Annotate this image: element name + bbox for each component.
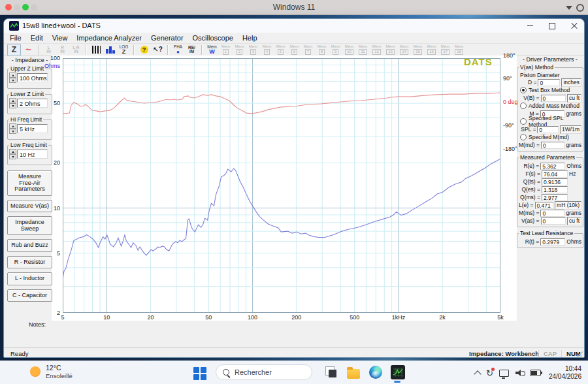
memory-write-button[interactable]: MemW xyxy=(206,44,218,56)
spectrum-bars-icon xyxy=(92,46,101,54)
spinner-control[interactable] xyxy=(9,98,16,108)
value-field[interactable]: 2 Ohms xyxy=(17,99,48,108)
sync-alert-icon[interactable]: ↻ xyxy=(486,368,493,378)
r-resistor-button[interactable]: R - Resistor xyxy=(7,256,52,269)
radio-icon[interactable] xyxy=(520,103,527,109)
field-value[interactable]: 0 xyxy=(541,142,565,149)
menu-impedance-analyzer[interactable]: Impedance Analyzer xyxy=(76,34,142,42)
task-view-button[interactable] xyxy=(323,364,339,380)
menubar: FileEditViewImpedance AnalyzerGeneratorO… xyxy=(4,33,584,43)
spin-up-icon[interactable] xyxy=(9,72,16,78)
field-value[interactable]: 5.362 xyxy=(540,163,565,170)
menu-file[interactable]: File xyxy=(10,34,22,42)
field-value[interactable]: 76.04 xyxy=(542,170,568,178)
field-name: M(ms) = xyxy=(519,210,539,216)
field-value[interactable]: 0 xyxy=(541,95,566,102)
value-field[interactable]: 10 Hz xyxy=(17,150,48,159)
sun-icon xyxy=(30,366,41,377)
field-value[interactable]: 0.471 xyxy=(535,202,554,209)
clock[interactable]: 10:44 24/04/2026 xyxy=(549,365,581,381)
phase-button[interactable]: PHA● xyxy=(172,44,184,56)
radio-icon[interactable] xyxy=(520,87,527,93)
group-label: Test Lead Resistance xyxy=(519,230,574,236)
real-imaginary-button[interactable]: RE/IM xyxy=(186,44,198,56)
spin-up-icon[interactable] xyxy=(9,98,16,103)
field-mms: M(ms) =0grams xyxy=(519,209,581,217)
close-button[interactable] xyxy=(563,19,585,33)
field-name: M(md) = xyxy=(519,142,540,148)
speaker-icon[interactable] xyxy=(515,370,523,376)
y-axis-unit-label: Ohms xyxy=(44,63,60,69)
radio-icon[interactable] xyxy=(520,118,527,125)
value-field[interactable]: 5 kHz xyxy=(17,124,48,133)
field-value[interactable]: 2.977 xyxy=(542,194,568,201)
memory-slot-8-button: Mem8 xyxy=(316,44,328,56)
menu-help[interactable]: Help xyxy=(242,34,257,42)
sine-generator-icon[interactable]: ~ xyxy=(22,44,35,56)
group-label: Upper Z Limit xyxy=(9,65,45,72)
memory-slot-1-button: Mem1 xyxy=(220,44,232,56)
menu-edit[interactable]: Edit xyxy=(31,34,43,42)
value-field[interactable]: 100 Ohms xyxy=(17,73,48,82)
spin-up-icon[interactable] xyxy=(9,123,16,129)
host-window-bar: Windows 11 xyxy=(0,0,588,15)
help-bulb-icon[interactable]: ? xyxy=(138,44,150,56)
tray-chevron-icon[interactable] xyxy=(474,370,481,377)
minimize-button[interactable] xyxy=(519,19,541,33)
radio-specified-m-md-[interactable]: Specified M(md) xyxy=(519,133,581,141)
spin-down-icon[interactable] xyxy=(9,154,16,159)
start-button[interactable] xyxy=(193,365,206,380)
dats-taskbar-button[interactable] xyxy=(390,364,406,380)
gear-icon[interactable] xyxy=(576,4,584,12)
menu-generator[interactable]: Generator xyxy=(151,34,184,42)
edge-browser-button[interactable] xyxy=(368,364,384,380)
radio-added-mass-method[interactable]: Added Mass Method xyxy=(519,102,581,110)
field-mmd: M(md) =0grams xyxy=(519,141,581,149)
c-capacitor-button[interactable]: C - Capacitor xyxy=(7,289,52,302)
memory-slot-16-button: Mem16 xyxy=(425,44,438,56)
search-input[interactable]: Rechercher xyxy=(216,364,312,380)
radio-specified-spl-method[interactable]: Specified SPL Method xyxy=(519,118,581,125)
field-value[interactable]: 1.318 xyxy=(542,186,568,193)
menu-view[interactable]: View xyxy=(52,34,68,42)
l-inductor-button[interactable]: L - Inductor xyxy=(7,272,52,285)
menu-oscilloscope[interactable]: Oscilloscope xyxy=(193,34,233,42)
impedance-mode-button[interactable]: Z xyxy=(7,44,21,56)
field-value[interactable]: 0 xyxy=(537,126,559,133)
maximize-button[interactable] xyxy=(541,19,563,33)
field-value[interactable]: 0 xyxy=(538,79,560,86)
field-name: D = xyxy=(519,79,536,86)
toolbar-separator xyxy=(86,45,87,55)
log-impedance-button[interactable]: LOGZ xyxy=(118,44,130,56)
x-axis-tick: 20 xyxy=(139,314,161,321)
spinner-control[interactable] xyxy=(9,72,16,83)
file-explorer-button[interactable] xyxy=(346,364,361,380)
measure-button[interactable]: Measure Free-Air Parameters xyxy=(7,170,52,196)
context-help-icon[interactable]: ↖? xyxy=(152,44,164,56)
field-value[interactable]: 0.2979 xyxy=(540,238,565,246)
radio-test-box-method[interactable]: Test Box Method xyxy=(519,86,581,94)
resize-grip[interactable] xyxy=(576,351,583,358)
field-value[interactable]: 0 xyxy=(541,217,566,225)
spin-down-icon[interactable] xyxy=(9,78,16,83)
impedance-button[interactable]: Impedance Sweep xyxy=(7,216,52,235)
spin-down-icon[interactable] xyxy=(9,103,16,108)
display-icon[interactable] xyxy=(499,370,509,377)
bar-graph-icon[interactable] xyxy=(104,44,116,56)
x-axis-tick: 5k xyxy=(489,314,512,321)
radio-icon[interactable] xyxy=(520,134,527,140)
spin-up-icon[interactable] xyxy=(9,149,16,154)
battery-icon[interactable] xyxy=(530,370,541,376)
spinner-control[interactable] xyxy=(9,149,16,159)
weather-widget[interactable]: 12°C Ensoleillé xyxy=(30,364,73,379)
field-value[interactable]: 0.9136 xyxy=(542,178,568,185)
spin-down-icon[interactable] xyxy=(9,129,16,134)
spinner-control[interactable] xyxy=(9,123,16,134)
dropdown-caret-icon[interactable] xyxy=(566,6,572,10)
vas-method-group: V(as) MethodPiston DiameterD =0inchesTes… xyxy=(517,67,583,152)
spectrum-bars-icon[interactable] xyxy=(90,44,103,56)
titlebar[interactable]: 15w8 lined+wool - DATS xyxy=(4,19,584,33)
field-value[interactable]: 0 xyxy=(540,210,564,217)
impedance-plot[interactable] xyxy=(63,58,500,313)
phase-axis-tick: -90° xyxy=(503,122,514,129)
